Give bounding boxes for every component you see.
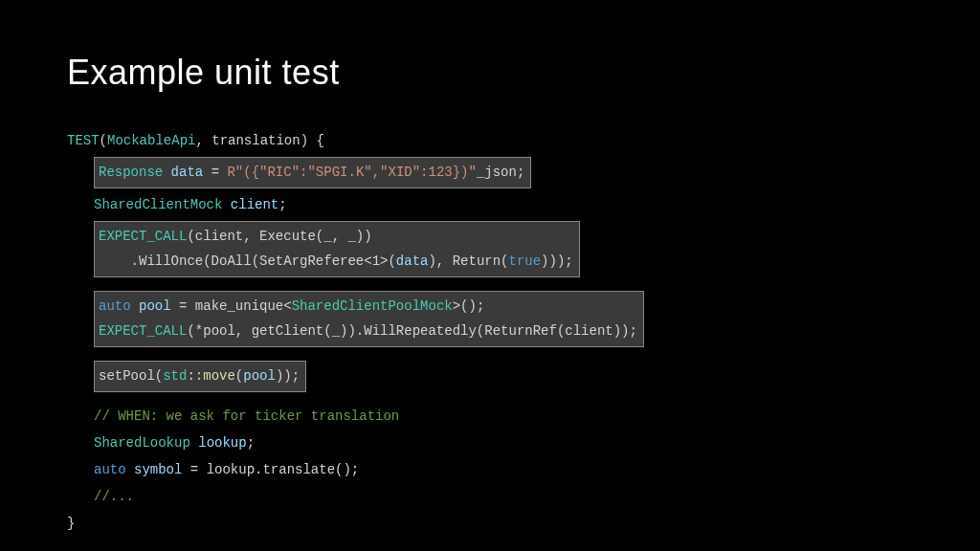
- token-punct: (*pool, getClient(_)).WillRepeatedly(Ret…: [187, 323, 636, 339]
- token-var: data: [396, 253, 429, 269]
- token-string: R"({"RIC":"SPGI.K","XID":123})": [227, 165, 476, 180]
- code-line-2: Response data = R"({"RIC":"SPGI.K","XID"…: [94, 157, 531, 188]
- spacer: [67, 350, 913, 358]
- token-var: pool: [243, 368, 276, 384]
- token-var: client: [222, 197, 278, 212]
- code-block: TEST(MockableApi, translation) { Respons…: [67, 127, 913, 537]
- token-punct: (: [100, 133, 107, 148]
- token-punct: ));: [276, 368, 300, 384]
- code-line-6-wrap: setPool(std::move(pool));: [67, 358, 913, 395]
- token-type: SharedClientMock: [94, 197, 222, 212]
- code-line-1: TEST(MockableApi, translation) {: [67, 127, 913, 154]
- token-punct: ), Return(: [428, 253, 508, 269]
- token-punct: >();: [453, 298, 485, 314]
- token-keyword: auto: [99, 298, 131, 314]
- token-func: setPool(: [99, 368, 163, 384]
- token-punct: =: [203, 165, 227, 180]
- code-line-10: //...: [67, 483, 913, 510]
- code-line-5-wrap: auto pool = make_unique<SharedClientPool…: [67, 288, 913, 350]
- token-punct: ::: [187, 368, 203, 384]
- code-line-8: SharedLookup lookup;: [67, 430, 913, 456]
- token-comment: //...: [94, 489, 134, 504]
- spacer: [67, 280, 913, 288]
- token-punct: = make_unique<: [171, 298, 292, 314]
- token-type: SharedLookup: [94, 435, 190, 451]
- code-line-2-wrap: Response data = R"({"RIC":"SPGI.K","XID"…: [67, 154, 913, 191]
- token-punct: ;: [247, 435, 255, 451]
- token-punct: .WillOnce(DoAll(SetArgReferee<1>(: [99, 253, 396, 269]
- code-line-11: }: [67, 510, 913, 537]
- token-punct: ;: [278, 197, 286, 212]
- token-punct: }: [67, 516, 75, 531]
- token-var: lookup: [190, 435, 247, 451]
- token-punct: ;: [517, 165, 524, 180]
- token-expect-call: EXPECT_CALL: [99, 229, 187, 244]
- spacer: [67, 395, 913, 403]
- code-line-5a: auto pool = make_unique<SharedClientPool…: [99, 294, 637, 320]
- token-var: pool: [131, 298, 171, 314]
- token-test-macro: TEST: [67, 133, 100, 148]
- code-line-4a: EXPECT_CALL(client, Execute(_, _)): [99, 224, 573, 250]
- token-keyword: auto: [94, 462, 126, 477]
- code-line-5b: EXPECT_CALL(*pool, getClient(_)).WillRep…: [99, 319, 637, 344]
- code-line-3: SharedClientMock client;: [67, 191, 913, 218]
- code-line-5: auto pool = make_unique<SharedClientPool…: [94, 291, 644, 347]
- token-comment: // WHEN: we ask for ticker translation: [94, 408, 399, 424]
- code-line-9: auto symbol = lookup.translate();: [67, 456, 913, 483]
- token-punct: (: [235, 368, 243, 384]
- slide-title: Example unit test: [67, 53, 913, 93]
- token-type: SharedClientPoolMock: [292, 298, 453, 314]
- token-var: data: [163, 165, 203, 180]
- token-var: symbol: [126, 462, 183, 477]
- token-punct: )));: [541, 253, 573, 269]
- token-type: Response: [99, 165, 163, 180]
- code-line-4-wrap: EXPECT_CALL(client, Execute(_, _)) .Will…: [67, 218, 913, 280]
- token-punct: = lookup.translate();: [182, 462, 359, 477]
- token-namespace: std: [163, 368, 187, 384]
- code-line-6: setPool(std::move(pool));: [94, 361, 306, 392]
- code-line-7: // WHEN: we ask for ticker translation: [67, 403, 913, 430]
- code-line-4: EXPECT_CALL(client, Execute(_, _)) .Will…: [94, 221, 580, 277]
- token-punct: , translation) {: [195, 133, 323, 148]
- token-punct: (client, Execute(_, _)): [187, 229, 371, 244]
- token-suffix: _json: [477, 165, 517, 180]
- token-expect-call: EXPECT_CALL: [99, 323, 187, 339]
- token-bool: true: [508, 253, 541, 269]
- token-member: move: [203, 368, 235, 384]
- token-fixture-name: MockableApi: [107, 133, 195, 148]
- code-line-4b: .WillOnce(DoAll(SetArgReferee<1>(data), …: [99, 249, 573, 275]
